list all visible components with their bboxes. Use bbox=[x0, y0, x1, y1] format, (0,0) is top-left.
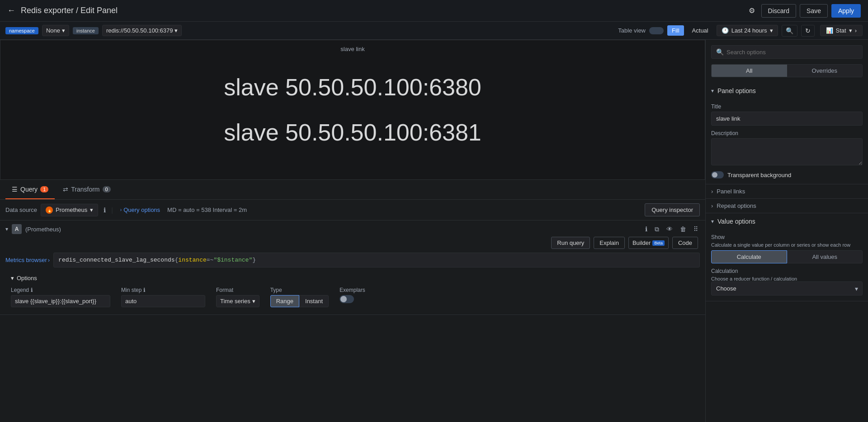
page-title: Redis exporter / Edit Panel bbox=[21, 6, 118, 15]
query-options-button[interactable]: › Query options bbox=[117, 205, 164, 215]
panel-options-content: Title Description Transparent background bbox=[706, 103, 868, 184]
tab-overrides[interactable]: Overrides bbox=[787, 65, 863, 77]
zoom-out-button[interactable]: 🔍 bbox=[782, 25, 797, 37]
datasource-bar: Data source 🔥 Prometheus ▾ ℹ | › Query o… bbox=[0, 200, 705, 220]
query-drag-button[interactable]: ⠿ bbox=[692, 225, 700, 234]
query-row: ▾ A (Prometheus) ℹ ⧉ 👁 🗑 ⠿ Run query Exp… bbox=[0, 220, 705, 315]
namespace-chevron: ▾ bbox=[62, 27, 65, 34]
save-button[interactable]: Save bbox=[800, 4, 828, 18]
tab-query[interactable]: ☰ Query 1 bbox=[5, 180, 55, 199]
description-textarea[interactable] bbox=[711, 138, 863, 165]
type-group: Type Range Instant bbox=[270, 287, 329, 307]
query-inspector-button[interactable]: Query inspector bbox=[645, 203, 700, 216]
panel-options-label: Panel options bbox=[717, 87, 756, 94]
instant-button[interactable]: Instant bbox=[299, 295, 329, 307]
panel-links-header[interactable]: › Panel links bbox=[706, 184, 868, 198]
exemplars-toggle[interactable] bbox=[340, 295, 354, 303]
discard-button[interactable]: Discard bbox=[761, 4, 796, 18]
description-field-label: Description bbox=[711, 130, 863, 136]
refresh-button[interactable]: ↻ bbox=[801, 25, 815, 37]
exemplars-label: Exemplars bbox=[340, 287, 365, 293]
format-group: Format Time series ▾ bbox=[216, 287, 259, 307]
query-info-button[interactable]: ℹ bbox=[643, 225, 649, 234]
datasource-chevron: ▾ bbox=[90, 206, 93, 213]
run-query-button[interactable]: Run query bbox=[551, 237, 590, 249]
query-action-buttons: Run query Explain Builder Beta Code bbox=[5, 237, 700, 249]
code-button[interactable]: Code bbox=[672, 237, 698, 249]
options-collapse-icon: ▾ bbox=[11, 275, 14, 281]
calculation-select-wrapper: Choose bbox=[711, 281, 863, 295]
query-options-label: Query options bbox=[123, 206, 160, 213]
builder-label: Builder bbox=[632, 239, 651, 246]
header-actions: ⚙ Discard Save Apply bbox=[746, 4, 861, 18]
transform-tab-label: Transform bbox=[71, 186, 99, 193]
show-field-label: Show bbox=[711, 234, 863, 240]
query-input[interactable]: redis_connected_slave_lag_seconds{instan… bbox=[53, 253, 700, 267]
query-icon: ☰ bbox=[12, 186, 18, 193]
time-chevron: ▾ bbox=[770, 27, 773, 34]
search-bar[interactable]: 🔍 bbox=[711, 45, 863, 59]
query-tab-count: 1 bbox=[40, 186, 48, 192]
instance-dropdown[interactable]: redis://50.50.50.100:6379 ▾ bbox=[102, 25, 182, 36]
min-step-group: Min step ℹ bbox=[121, 287, 205, 307]
right-panel: 🔍 All Overrides ▾ Panel options Title De… bbox=[705, 40, 868, 422]
min-step-input[interactable] bbox=[121, 295, 205, 307]
gear-icon[interactable]: ⚙ bbox=[746, 4, 758, 18]
repeat-options-label: Repeat options bbox=[717, 202, 756, 209]
namespace-dropdown[interactable]: None ▾ bbox=[42, 25, 69, 36]
transparent-bg-toggle[interactable] bbox=[711, 171, 724, 178]
format-select[interactable]: Time series ▾ bbox=[216, 295, 259, 307]
metrics-browser-link[interactable]: Metrics browser › bbox=[5, 257, 50, 263]
query-label-val: "$instance" bbox=[213, 257, 252, 263]
back-button[interactable]: ← bbox=[7, 6, 15, 15]
value-options-section: ▾ Value options Show Calculate a single … bbox=[706, 213, 868, 301]
namespace-badge: namespace bbox=[5, 27, 38, 34]
collapse-button[interactable]: ▾ bbox=[5, 226, 8, 232]
legend-input[interactable] bbox=[11, 295, 110, 307]
options-header[interactable]: ▾ Options bbox=[11, 275, 694, 281]
builder-button[interactable]: Builder Beta bbox=[628, 237, 669, 249]
title-field-label: Title bbox=[711, 103, 863, 110]
title-input[interactable] bbox=[711, 112, 863, 126]
show-description: Calculate a single value per column or s… bbox=[711, 242, 863, 248]
query-duplicate-button[interactable]: ⧉ bbox=[653, 225, 661, 234]
calculate-button[interactable]: Calculate bbox=[711, 250, 787, 263]
min-step-info-icon: ℹ bbox=[143, 287, 146, 293]
time-range-picker[interactable]: 🕐 Last 24 hours ▾ bbox=[717, 25, 778, 36]
namespace-value: None bbox=[46, 27, 60, 34]
range-button[interactable]: Range bbox=[270, 295, 299, 307]
explain-button[interactable]: Explain bbox=[594, 237, 625, 249]
visualization-picker[interactable]: 📊 Stat ▾ › bbox=[820, 25, 863, 36]
tab-all[interactable]: All bbox=[712, 65, 787, 77]
clock-icon: 🕐 bbox=[722, 27, 729, 34]
datasource-info-button[interactable]: ℹ bbox=[102, 206, 108, 215]
query-tabs: ☰ Query 1 ⇄ Transform 0 bbox=[0, 180, 705, 200]
datasource-selector[interactable]: 🔥 Prometheus ▾ bbox=[41, 204, 98, 216]
value-options-header[interactable]: ▾ Value options bbox=[706, 213, 868, 230]
header-left: ← Redis exporter / Edit Panel bbox=[7, 6, 746, 15]
apply-button[interactable]: Apply bbox=[831, 4, 861, 18]
actual-button[interactable]: Actual bbox=[688, 25, 713, 36]
repeat-options-arrow: › bbox=[711, 202, 713, 209]
prometheus-icon: 🔥 bbox=[46, 206, 53, 214]
options-grid: Legend ℹ Min step ℹ bbox=[11, 287, 694, 307]
repeat-options-header[interactable]: › Repeat options bbox=[706, 198, 868, 213]
all-values-button[interactable]: All values bbox=[787, 250, 863, 263]
table-view-toggle[interactable] bbox=[649, 27, 664, 34]
query-options-info: MD = auto = 538 Interval = 2m bbox=[167, 206, 247, 213]
search-icon: 🔍 bbox=[716, 48, 724, 56]
calculation-select[interactable]: Choose bbox=[711, 281, 863, 295]
panel-options-header[interactable]: ▾ Panel options bbox=[706, 83, 868, 99]
transparent-bg-row: Transparent background bbox=[711, 171, 863, 178]
datasource-name: Prometheus bbox=[56, 206, 87, 213]
query-delete-button[interactable]: 🗑 bbox=[678, 225, 688, 234]
beta-badge: Beta bbox=[652, 240, 665, 246]
tab-transform[interactable]: ⇄ Transform 0 bbox=[57, 180, 117, 199]
value-options-content: Show Calculate a single value per column… bbox=[706, 234, 868, 301]
search-input[interactable] bbox=[726, 49, 858, 56]
fill-button[interactable]: Fill bbox=[667, 25, 684, 36]
legend-label: Legend ℹ bbox=[11, 287, 110, 293]
query-eye-button[interactable]: 👁 bbox=[665, 225, 675, 234]
time-range-label: Last 24 hours bbox=[731, 27, 767, 34]
calculation-field-label: Calculation bbox=[711, 268, 863, 274]
